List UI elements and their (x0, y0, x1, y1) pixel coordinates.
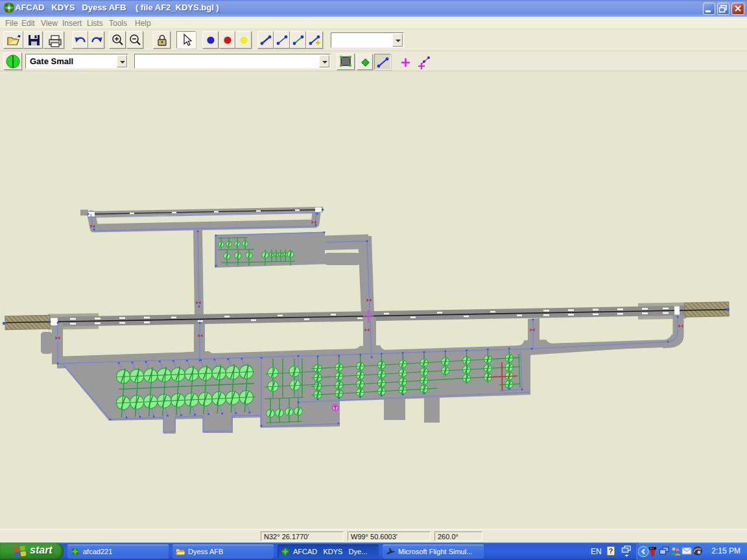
svg-text:?: ? (609, 547, 613, 555)
